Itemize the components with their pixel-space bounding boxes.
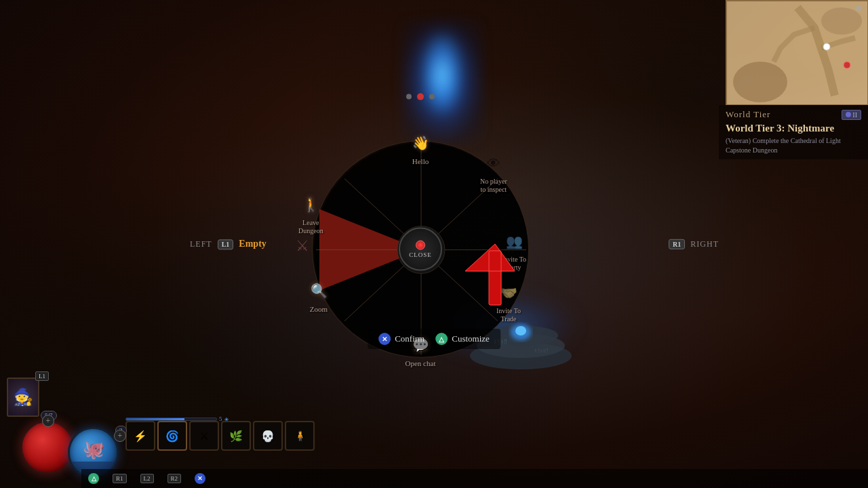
triangle-button-icon: △ — [435, 333, 448, 345]
customize-button[interactable]: △ Customize — [435, 333, 490, 345]
compass-icon: ⊕ — [855, 3, 865, 13]
nav-dot-2 — [417, 94, 424, 100]
skill-slot-3[interactable]: ⚔ — [189, 421, 219, 451]
skill-slot-1[interactable]: ⚡ — [125, 421, 155, 451]
xp-bar-track — [125, 418, 217, 421]
bottom-action-cross: ✕ — [195, 473, 205, 484]
confirm-label: Confirm — [395, 333, 425, 344]
left-dir-text: LEFT — [190, 239, 212, 249]
bottom-action-triangle: △ — [88, 473, 99, 484]
confirm-bar: ✕ Confirm △ Customize — [368, 329, 500, 349]
svg-point-1 — [733, 62, 787, 102]
inspect-label: No playerto inspect — [480, 178, 507, 194]
health-orb — [20, 420, 75, 474]
r2-btn-label: R2 — [167, 474, 182, 483]
bottom-action-l2: L2 — [140, 474, 154, 483]
confirm-button[interactable]: ✕ Confirm — [378, 333, 425, 345]
world-tier-panel: World Tier II World Tier 3: Nightmare (V… — [719, 105, 868, 159]
skill-slots-row: ⚡ 🌀 ⚔ 🌿 💀 🧍 — [125, 421, 315, 451]
leave-dungeon-icon: 🚶 — [298, 192, 323, 217]
xp-bar-fill — [126, 418, 184, 420]
open-chat-label: Open chat — [406, 359, 436, 367]
skill-slot-6[interactable]: 🧍 — [285, 421, 315, 451]
wheel-item-inspect[interactable]: 👁 No playerto inspect — [480, 151, 507, 194]
l1-badge: L1 — [35, 371, 49, 381]
inspect-icon: 👁 — [481, 151, 506, 176]
sword-cross-icon: ⚔ — [290, 234, 315, 258]
triangle-btn-icon: △ — [88, 473, 99, 484]
nav-dot-3 — [429, 94, 435, 100]
mana-spirit-icon: 🐙 — [83, 439, 104, 460]
close-center-button[interactable]: Close — [399, 228, 442, 271]
world-tier-badge: II — [842, 110, 861, 120]
empty-slot-label: Empty — [239, 239, 266, 249]
cross-btn-icon: ✕ — [195, 473, 205, 484]
world-tier-description: (Veteran) Complete the Cathedral of Ligh… — [726, 136, 861, 155]
cross-button-icon: ✕ — [378, 333, 391, 345]
skill-slot-2[interactable]: 🌀 — [157, 421, 187, 451]
wheel-item-empty-left: ⚔ — [290, 234, 315, 258]
minimap-image — [726, 0, 868, 105]
world-tier-badge-text: II — [852, 111, 857, 119]
add-mana-button[interactable]: + — [114, 430, 126, 442]
right-nav-group: R1 RIGHT — [669, 239, 719, 249]
hello-label: Hello — [412, 157, 429, 166]
add-character-button[interactable]: + — [42, 415, 54, 427]
nav-dot-1 — [406, 94, 412, 100]
skill-slot-4[interactable]: 🌿 — [221, 421, 251, 451]
wheel-item-zoom[interactable]: 🔍 Zoom — [307, 278, 331, 313]
leave-dungeon-label: LeaveDungeon — [298, 219, 323, 235]
hello-icon: 👋 — [408, 131, 433, 155]
right-dir-text: RIGHT — [690, 239, 719, 249]
r1-btn-label: R1 — [113, 474, 127, 483]
svg-marker-18 — [465, 244, 515, 271]
zoom-icon: 🔍 — [307, 278, 331, 302]
left-nav-group: LEFT L1 Empty — [190, 239, 267, 249]
zoom-label: Zoom — [310, 304, 328, 313]
bottom-action-r1: R1 — [113, 474, 127, 483]
character-portrait-small: 🧙 — [7, 378, 39, 417]
tier-badge-icon — [846, 112, 851, 117]
r1-badge-right: R1 — [669, 239, 685, 249]
wheel-item-leave-dungeon[interactable]: 🚶 LeaveDungeon — [298, 192, 323, 235]
svg-point-5 — [844, 62, 850, 68]
l1-badge-left: L1 — [218, 239, 234, 249]
world-tier-name: World Tier 3: Nightmare — [726, 123, 861, 134]
world-tier-label: World Tier — [726, 109, 770, 120]
nav-dots — [406, 94, 435, 100]
close-dot-icon — [416, 241, 425, 250]
minimap: ⊕ — [726, 0, 868, 105]
red-arrow — [452, 237, 533, 325]
wheel-item-hello[interactable]: 👋 Hello — [408, 131, 433, 166]
customize-label: Customize — [452, 333, 490, 344]
bottom-action-r2: R2 — [167, 474, 182, 483]
close-label: Close — [409, 251, 432, 258]
bottom-action-bar: △ R1 L2 R2 ✕ — [81, 469, 868, 488]
skill-slot-5[interactable]: 💀 — [253, 421, 283, 451]
svg-point-3 — [823, 43, 830, 50]
l2-btn-label: L2 — [140, 474, 154, 483]
